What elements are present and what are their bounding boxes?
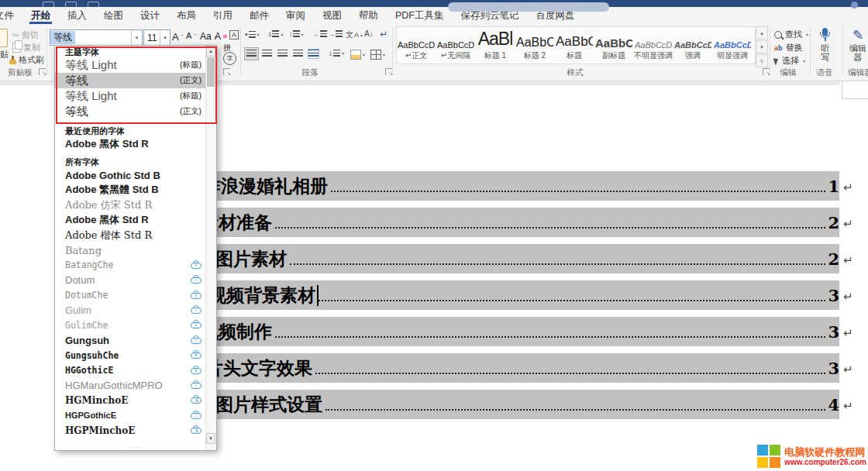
style-item-标题 1[interactable]: AaBl标题 1 xyxy=(476,27,515,64)
tab-审阅[interactable]: 审阅 xyxy=(277,7,314,24)
styles-more-button[interactable]: ≡ xyxy=(756,54,768,67)
font-dialog-launcher[interactable] xyxy=(223,68,230,75)
scrollbar-thumb[interactable] xyxy=(207,57,215,87)
site-url[interactable]: www.computer26.com xyxy=(784,458,866,467)
font-item-HGGothicE[interactable]: HGGothicE↓ xyxy=(65,363,206,377)
style-item-明显强调[interactable]: AaBbCcD.明显强调 xyxy=(713,27,753,64)
clear-formatting-button[interactable]: A xyxy=(215,31,227,42)
line-spacing-button[interactable]: ↕▾ xyxy=(329,49,344,57)
sort-button[interactable]: A↓ xyxy=(364,29,374,38)
toc-row[interactable]: 素材准备2↵ xyxy=(116,208,839,237)
font-item-Adobe 黑体 Std R[interactable]: Adobe 黑体 Std R xyxy=(65,136,206,151)
font-item-name: 等线 xyxy=(65,74,88,88)
save-icon[interactable] xyxy=(43,2,54,10)
select-button[interactable]: 选择▾ xyxy=(774,55,805,67)
align-left-button[interactable] xyxy=(245,48,258,60)
font-size-combo[interactable]: 11▼ xyxy=(143,29,170,46)
font-name-combo[interactable]: 等线▼ xyxy=(50,29,143,46)
tab-设计[interactable]: 设计 xyxy=(132,7,168,24)
toc-row[interactable]: 片头文字效果3↵ xyxy=(116,353,839,383)
font-item-DotumChe[interactable]: DotumChe↓ xyxy=(65,288,206,303)
font-item-Adobe 楷体 Std R[interactable]: Adobe 楷体 Std R xyxy=(65,228,206,242)
tab-邮件[interactable]: 邮件 xyxy=(241,7,277,24)
show-marks-button[interactable]: ↵ xyxy=(380,29,388,40)
shrink-font-button[interactable]: Aˇ xyxy=(186,31,196,40)
shading-button[interactable]: ▾ xyxy=(350,50,365,60)
style-item-正文[interactable]: AaBbCcD↵正文 xyxy=(397,27,436,64)
font-item-Gulim[interactable]: Gulim↓ xyxy=(65,303,206,318)
tab-绘图[interactable]: 绘图 xyxy=(95,7,132,24)
font-item-等线 Light[interactable]: 等线 Light(标题) xyxy=(65,88,206,104)
font-item-HGMaruGothicMPRO[interactable]: HGMaruGothicMPRO↓ xyxy=(65,378,206,393)
scroll-up-arrow[interactable]: ▲ xyxy=(206,46,215,57)
align-center-button[interactable] xyxy=(262,50,272,58)
font-item-BatangChe[interactable]: BatangChe↓ xyxy=(65,258,206,273)
tab-PDF工具集[interactable]: PDF工具集 xyxy=(387,7,453,24)
borders-button[interactable]: ▾ xyxy=(370,50,385,60)
align-right-button[interactable] xyxy=(277,50,288,58)
style-item-标题 2[interactable]: AaBbC标题 2 xyxy=(515,27,555,64)
font-item-等线 Light[interactable]: 等线 Light(标题) xyxy=(65,57,206,73)
find-button[interactable]: 查找▾ xyxy=(774,29,808,40)
font-item-Adobe 仿宋 Std R[interactable]: Adobe 仿宋 Std R xyxy=(65,198,206,212)
cut-button[interactable]: ✂剪切 xyxy=(12,29,38,41)
font-item-Adobe 黑体 Std R[interactable]: Adobe 黑体 Std R xyxy=(65,213,206,228)
decrease-indent-button[interactable]: ← xyxy=(313,30,327,38)
undo-icon[interactable] xyxy=(65,2,77,10)
styles-scroll-up[interactable]: ▲ xyxy=(756,26,768,40)
style-item-无间隔[interactable]: AaBbCcD↵无间隔 xyxy=(436,27,476,64)
tab-file[interactable]: 文件 xyxy=(0,7,22,24)
toc-row[interactable]: 视频背景素材3↵ xyxy=(116,280,839,310)
tab-布局[interactable]: 布局 xyxy=(168,7,205,24)
paragraph-dialog-launcher[interactable] xyxy=(385,68,392,75)
style-item-标题[interactable]: AaBbC标题 xyxy=(555,27,594,64)
font-item-HGPMinchoE[interactable]: HGPMinchoE↓ xyxy=(65,423,206,438)
copy-button[interactable]: 复制 xyxy=(12,42,40,53)
paste-button[interactable]: 贴 xyxy=(0,49,9,60)
tab-引用[interactable]: 引用 xyxy=(205,7,241,24)
tab-帮助[interactable]: 帮助 xyxy=(350,7,387,24)
font-item-Gungsuh[interactable]: Gungsuh↓ xyxy=(65,333,206,348)
distribute-button[interactable] xyxy=(308,50,319,58)
clipboard-dialog-launcher[interactable] xyxy=(39,68,46,75)
font-item-Batang[interactable]: Batang xyxy=(65,242,206,257)
style-item-不明显强调[interactable]: AaBbCcD.不明显强调 xyxy=(634,27,673,64)
font-list-scrollbar[interactable]: ▲ ▼ xyxy=(205,46,216,450)
tab-视图[interactable]: 视图 xyxy=(314,7,350,24)
font-item-等线[interactable]: 等线(正文) xyxy=(55,73,206,88)
font-item-Adobe 繁黑體 Std B[interactable]: Adobe 繁黑體 Std B xyxy=(65,183,206,198)
redo-icon[interactable] xyxy=(88,2,99,10)
enclose-characters-button[interactable]: 字 xyxy=(223,52,236,65)
font-item-HGMinchoE[interactable]: HGMinchoE↓ xyxy=(65,393,206,407)
font-item-GulimChe[interactable]: GulimChe↓ xyxy=(65,318,206,332)
format-painter-button[interactable]: 格式刷 xyxy=(9,54,44,66)
bullet-list-button[interactable]: •▾ xyxy=(245,30,260,39)
account-avatar[interactable] xyxy=(851,2,858,9)
search-box[interactable] xyxy=(448,2,609,12)
character-border-button[interactable]: A xyxy=(229,30,239,40)
grow-font-button[interactable]: Aˆ xyxy=(172,31,183,43)
font-item-Dotum[interactable]: Dotum↓ xyxy=(65,273,206,287)
decrease-indent-icon xyxy=(320,30,327,38)
asian-layout-button[interactable]: 文A▾ xyxy=(346,29,363,40)
style-item-副标题[interactable]: AaBbC副标题 xyxy=(594,27,634,64)
toc-row[interactable]: 图片样式设置4↵ xyxy=(116,390,839,419)
style-item-强调[interactable]: AaBbCcD.强调 xyxy=(673,27,713,64)
font-item-Adobe Gothic Std B[interactable]: Adobe Gothic Std B xyxy=(65,167,206,182)
editor-button[interactable]: ✎ 编辑器 xyxy=(846,27,868,62)
font-item-等线[interactable]: 等线(正文) xyxy=(65,104,206,119)
increase-indent-button[interactable]: → xyxy=(329,30,343,38)
dictate-button[interactable]: 听写 xyxy=(814,28,837,62)
font-item-GungsuhChe[interactable]: GungsuhChe↓ xyxy=(65,348,206,363)
justify-button[interactable] xyxy=(293,50,303,58)
numbered-list-button[interactable]: 1▾ xyxy=(268,30,283,38)
paste-icon[interactable] xyxy=(0,29,8,47)
styles-scroll-down[interactable]: ▼ xyxy=(756,40,768,53)
styles-dialog-launcher[interactable] xyxy=(763,68,770,75)
replace-button[interactable]: ab替换 xyxy=(774,42,803,53)
toc-row[interactable]: 图片素材2↵ xyxy=(116,244,839,273)
font-item-HGPGothicE[interactable]: HGPGothicE↓ xyxy=(65,408,206,423)
toc-row[interactable]: 视频制作3↵ xyxy=(116,317,839,346)
multilevel-list-button[interactable]: ⁝▾ xyxy=(290,30,304,38)
toc-row[interactable]: 作浪漫婚礼相册1↵ xyxy=(116,171,839,201)
